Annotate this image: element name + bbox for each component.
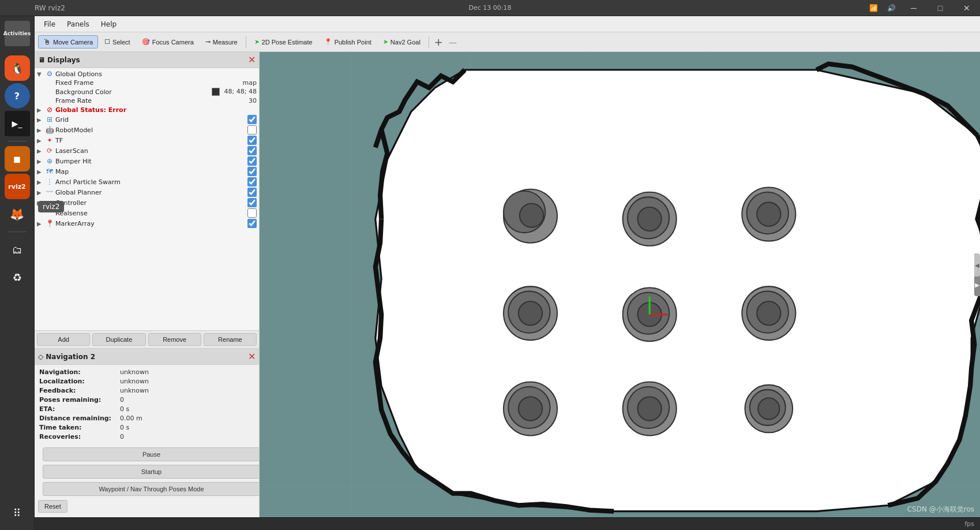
laser-scan-checkbox[interactable] bbox=[247, 146, 257, 155]
svg-point-21 bbox=[757, 202, 780, 226]
tf-arrow: ▶ bbox=[37, 137, 45, 144]
global-status-arrow: ▶ bbox=[37, 107, 45, 113]
rename-display-button[interactable]: Rename bbox=[204, 333, 257, 346]
navigation-label: Navigation: bbox=[39, 368, 120, 376]
dock-icon-activities[interactable]: Activities bbox=[5, 21, 30, 46]
nav2-header-left: ◇ Navigation 2 bbox=[38, 353, 95, 361]
dock-icon-layers[interactable]: ◼ bbox=[5, 146, 30, 171]
close-button[interactable]: ✕ bbox=[953, 0, 980, 16]
pose-estimate-button[interactable]: ➤ 2D Pose Estimate bbox=[249, 36, 318, 48]
obstacle-top-right bbox=[742, 188, 795, 241]
frame-rate-label: Frame Rate bbox=[54, 97, 246, 104]
laser-scan-row[interactable]: ▶ ⟳ LaserScan bbox=[35, 145, 259, 156]
realsense-row[interactable]: Realsense bbox=[35, 208, 259, 218]
displays-panel-close[interactable]: ✕ bbox=[248, 54, 256, 65]
map-row[interactable]: ▶ 🗺 Map bbox=[35, 166, 259, 177]
global-status-row[interactable]: ▶ ⊘ Global Status: Error bbox=[35, 105, 259, 114]
amcl-checkbox[interactable] bbox=[247, 177, 257, 186]
map-checkbox[interactable] bbox=[247, 167, 257, 176]
right-panel-handle[interactable]: ▶ bbox=[974, 273, 980, 296]
marker-array-row[interactable]: ▶ 📍 MarkerArray bbox=[35, 218, 259, 229]
nav2-panel-close[interactable]: ✕ bbox=[248, 351, 256, 362]
remove-toolbar-button[interactable]: — bbox=[446, 38, 459, 47]
window-datetime: Dec 13 00:18 bbox=[469, 4, 512, 12]
apps-icon: ⠿ bbox=[13, 507, 21, 519]
duplicate-display-button[interactable]: Duplicate bbox=[92, 333, 145, 346]
controller-row[interactable]: ▶ ⟿ Controller bbox=[35, 197, 259, 208]
dock-icon-files[interactable]: 🗂 bbox=[5, 237, 30, 262]
controller-icon: ⟿ bbox=[45, 199, 54, 207]
focus-camera-button[interactable]: 🎯 Focus Camera bbox=[137, 36, 199, 48]
robot-model-row[interactable]: ▶ 🤖 RobotModel bbox=[35, 125, 259, 135]
dock-icon-recycle[interactable]: ♻ bbox=[5, 264, 30, 290]
bg-color-value: 48; 48; 48 bbox=[209, 88, 257, 96]
minimize-button[interactable]: ─ bbox=[900, 0, 927, 16]
dock-icon-terminal[interactable]: ▶_ bbox=[5, 111, 30, 136]
bg-color-row[interactable]: Background Color 48; 48; 48 bbox=[35, 87, 259, 96]
realsense-label: Realsense bbox=[54, 210, 247, 217]
publish-point-button[interactable]: 📍 Publish Point bbox=[319, 36, 377, 48]
nav2-content: Navigation: unknown Localization: unknow… bbox=[35, 365, 259, 446]
menu-help[interactable]: Help bbox=[96, 18, 121, 30]
tf-checkbox[interactable] bbox=[247, 136, 257, 145]
dock-icon-firefox[interactable]: 🦊 bbox=[5, 201, 30, 227]
menu-panels[interactable]: Panels bbox=[62, 18, 94, 30]
grid-arrow: ▶ bbox=[37, 117, 45, 123]
panel-collapse-handle[interactable]: ◀ bbox=[974, 253, 980, 277]
recoveries-row: Recoveries: 0 bbox=[39, 433, 254, 441]
select-button[interactable]: ☐ Select bbox=[99, 36, 136, 48]
waypoint-button[interactable]: Waypoint / Nav Through Poses Mode bbox=[43, 482, 260, 496]
activities-label: Activities bbox=[3, 31, 31, 36]
displays-panel-header: 🖥 Displays ✕ bbox=[35, 52, 259, 68]
marker-array-label: MarkerArray bbox=[54, 220, 247, 227]
amcl-row[interactable]: ▶ ⋮ Amcl Particle Swarm bbox=[35, 177, 259, 187]
robot-model-arrow: ▶ bbox=[37, 127, 45, 133]
menu-file[interactable]: File bbox=[39, 18, 60, 30]
add-display-button[interactable]: Add bbox=[37, 333, 90, 346]
files-icon: 🗂 bbox=[12, 244, 22, 256]
realsense-checkbox[interactable] bbox=[247, 208, 257, 218]
pause-button[interactable]: Pause bbox=[43, 447, 260, 461]
global-options-row[interactable]: ▼ ⚙ Global Options bbox=[35, 69, 259, 79]
move-camera-button[interactable]: 🖱 Move Camera bbox=[38, 35, 98, 48]
dock-icon-ubuntu[interactable]: 🐧 bbox=[5, 55, 30, 81]
3d-viewport[interactable]: ▶ CSDN @小海联觉ros bbox=[260, 52, 980, 517]
global-planner-row[interactable]: ▶ 〰 Global Planner bbox=[35, 187, 259, 197]
fixed-frame-row[interactable]: Fixed Frame map bbox=[35, 79, 259, 87]
reset-button[interactable]: Reset bbox=[38, 500, 67, 513]
application-dock: Activities 🐧 ? ▶_ ◼ rviz2 🦊 🗂 ♻ ⠿ bbox=[0, 16, 35, 530]
remove-display-button[interactable]: Remove bbox=[148, 333, 201, 346]
tf-row[interactable]: ▶ ✦ TF bbox=[35, 135, 259, 145]
frame-rate-row[interactable]: Frame Rate 30 bbox=[35, 96, 259, 105]
recycle-icon: ♻ bbox=[12, 271, 21, 283]
dock-icon-help[interactable]: ? bbox=[5, 83, 30, 109]
firefox-icon: 🦊 bbox=[10, 207, 24, 221]
svg-point-41 bbox=[758, 398, 779, 419]
nav2-goal-button[interactable]: ➤ Nav2 Goal bbox=[378, 36, 426, 48]
map-label: Map bbox=[54, 168, 247, 176]
global-planner-checkbox[interactable] bbox=[247, 188, 257, 197]
dock-icon-apps[interactable]: ⠿ bbox=[5, 500, 30, 525]
controller-checkbox[interactable] bbox=[247, 198, 257, 207]
measure-button[interactable]: ⊸ Measure bbox=[200, 36, 243, 48]
poses-remaining-label: Poses remaining: bbox=[39, 396, 120, 404]
marker-array-arrow: ▶ bbox=[37, 221, 45, 227]
add-toolbar-button[interactable]: + bbox=[432, 36, 445, 48]
robot-position bbox=[623, 288, 677, 341]
maximize-button[interactable]: □ bbox=[927, 0, 953, 16]
feedback-row: Feedback: unknown bbox=[39, 387, 254, 394]
laser-scan-icon: ⟳ bbox=[45, 147, 54, 155]
distance-label: Distance remaining: bbox=[39, 415, 120, 422]
grid-row[interactable]: ▶ ⊞ Grid bbox=[35, 114, 259, 125]
select-icon: ☐ bbox=[104, 38, 110, 46]
robot-model-checkbox[interactable] bbox=[247, 125, 257, 135]
global-options-label: Global Options bbox=[54, 70, 257, 78]
poses-remaining-row: Poses remaining: 0 bbox=[39, 396, 254, 404]
bumper-hit-row[interactable]: ▶ ⊕ Bumper Hit bbox=[35, 156, 259, 166]
grid-checkbox[interactable] bbox=[247, 115, 257, 124]
startup-button[interactable]: Startup bbox=[43, 465, 260, 479]
global-planner-label: Global Planner bbox=[54, 189, 247, 196]
dock-icon-rviz[interactable]: rviz2 bbox=[5, 174, 30, 199]
marker-array-checkbox[interactable] bbox=[247, 219, 257, 228]
bumper-hit-checkbox[interactable] bbox=[247, 156, 257, 166]
